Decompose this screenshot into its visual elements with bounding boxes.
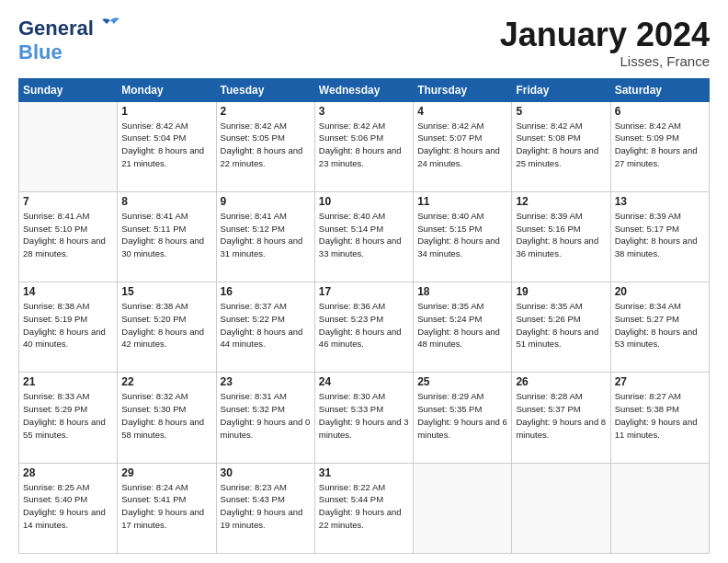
week-row-4: 21 Sunrise: 8:33 AMSunset: 5:29 PMDaylig… [19, 373, 710, 463]
day-info: Sunrise: 8:36 AMSunset: 5:23 PMDaylight:… [319, 300, 409, 350]
day-info: Sunrise: 8:31 AMSunset: 5:32 PMDaylight:… [221, 390, 311, 441]
day-info: Sunrise: 8:22 AMSunset: 5:44 PMDaylight:… [319, 481, 409, 532]
day-number: 15 [121, 285, 211, 298]
day-cell: 1 Sunrise: 8:42 AMSunset: 5:04 PMDayligh… [118, 101, 216, 191]
day-info: Sunrise: 8:40 AMSunset: 5:15 PMDaylight:… [417, 210, 507, 260]
day-number: 2 [221, 105, 311, 118]
day-number: 27 [615, 375, 705, 388]
day-info: Sunrise: 8:39 AMSunset: 5:16 PMDaylight:… [516, 210, 606, 260]
day-number: 26 [516, 375, 606, 388]
logo-blue-text: Blue [18, 40, 63, 63]
day-info: Sunrise: 8:30 AMSunset: 5:33 PMDaylight:… [319, 390, 409, 441]
day-cell: 4 Sunrise: 8:42 AMSunset: 5:07 PMDayligh… [414, 101, 512, 191]
day-number: 19 [516, 285, 606, 298]
day-cell: 3 Sunrise: 8:42 AMSunset: 5:06 PMDayligh… [314, 101, 413, 191]
day-info: Sunrise: 8:24 AMSunset: 5:41 PMDaylight:… [121, 481, 211, 532]
day-number: 18 [417, 285, 507, 298]
day-info: Sunrise: 8:41 AMSunset: 5:11 PMDaylight:… [121, 210, 211, 260]
day-info: Sunrise: 8:39 AMSunset: 5:17 PMDaylight:… [615, 210, 705, 260]
day-cell: 8 Sunrise: 8:41 AMSunset: 5:11 PMDayligh… [118, 191, 216, 282]
day-info: Sunrise: 8:35 AMSunset: 5:24 PMDaylight:… [417, 300, 507, 350]
week-row-2: 7 Sunrise: 8:41 AMSunset: 5:10 PMDayligh… [19, 191, 710, 282]
day-cell: 23 Sunrise: 8:31 AMSunset: 5:32 PMDaylig… [216, 373, 314, 463]
day-number: 1 [121, 105, 211, 118]
weekday-header-thursday: Thursday [414, 78, 512, 101]
day-info: Sunrise: 8:41 AMSunset: 5:12 PMDaylight:… [221, 210, 311, 260]
day-number: 17 [319, 285, 409, 298]
day-info: Sunrise: 8:38 AMSunset: 5:19 PMDaylight:… [23, 300, 113, 350]
weekday-header-saturday: Saturday [610, 78, 709, 101]
day-cell: 28 Sunrise: 8:25 AMSunset: 5:40 PMDaylig… [19, 463, 118, 553]
day-cell: 26 Sunrise: 8:28 AMSunset: 5:37 PMDaylig… [512, 373, 610, 463]
day-cell: 6 Sunrise: 8:42 AMSunset: 5:09 PMDayligh… [610, 101, 709, 191]
day-cell: 5 Sunrise: 8:42 AMSunset: 5:08 PMDayligh… [512, 101, 610, 191]
day-info: Sunrise: 8:42 AMSunset: 5:08 PMDaylight:… [516, 120, 606, 170]
day-number: 4 [417, 105, 507, 118]
day-cell [414, 463, 512, 553]
day-number: 10 [319, 195, 409, 208]
day-number: 13 [615, 195, 705, 208]
day-info: Sunrise: 8:40 AMSunset: 5:14 PMDaylight:… [319, 210, 409, 260]
day-cell: 29 Sunrise: 8:24 AMSunset: 5:41 PMDaylig… [118, 463, 216, 553]
month-title: January 2024 [500, 17, 710, 53]
weekday-header-monday: Monday [118, 78, 216, 101]
header: General Blue January 2024 Lisses, France [18, 17, 710, 69]
calendar-table: SundayMondayTuesdayWednesdayThursdayFrid… [18, 78, 710, 554]
day-cell: 13 Sunrise: 8:39 AMSunset: 5:17 PMDaylig… [610, 191, 709, 282]
logo-text: General [18, 17, 94, 40]
day-number: 21 [23, 375, 113, 388]
day-number: 29 [121, 466, 211, 479]
day-number: 20 [615, 285, 705, 298]
week-row-5: 28 Sunrise: 8:25 AMSunset: 5:40 PMDaylig… [19, 463, 710, 553]
day-number: 12 [516, 195, 606, 208]
day-info: Sunrise: 8:28 AMSunset: 5:37 PMDaylight:… [516, 390, 606, 441]
day-info: Sunrise: 8:42 AMSunset: 5:05 PMDaylight:… [221, 120, 311, 170]
day-number: 7 [23, 195, 113, 208]
day-info: Sunrise: 8:42 AMSunset: 5:06 PMDaylight:… [319, 120, 409, 170]
day-number: 31 [319, 466, 409, 479]
day-cell: 14 Sunrise: 8:38 AMSunset: 5:19 PMDaylig… [19, 282, 118, 373]
weekday-header-friday: Friday [512, 78, 610, 101]
day-cell: 9 Sunrise: 8:41 AMSunset: 5:12 PMDayligh… [216, 191, 314, 282]
day-cell: 16 Sunrise: 8:37 AMSunset: 5:22 PMDaylig… [216, 282, 314, 373]
day-cell [512, 463, 610, 553]
day-info: Sunrise: 8:27 AMSunset: 5:38 PMDaylight:… [615, 390, 705, 441]
day-cell: 12 Sunrise: 8:39 AMSunset: 5:16 PMDaylig… [512, 191, 610, 282]
weekday-header-sunday: Sunday [19, 78, 118, 101]
day-number: 9 [221, 195, 311, 208]
day-info: Sunrise: 8:35 AMSunset: 5:26 PMDaylight:… [516, 300, 606, 350]
day-cell: 18 Sunrise: 8:35 AMSunset: 5:24 PMDaylig… [414, 282, 512, 373]
day-info: Sunrise: 8:25 AMSunset: 5:40 PMDaylight:… [23, 481, 113, 532]
weekday-header-row: SundayMondayTuesdayWednesdayThursdayFrid… [19, 78, 710, 101]
weekday-header-wednesday: Wednesday [314, 78, 413, 101]
page: General Blue January 2024 Lisses, France… [0, 0, 728, 563]
day-number: 30 [221, 466, 311, 479]
day-info: Sunrise: 8:41 AMSunset: 5:10 PMDaylight:… [23, 210, 113, 260]
day-number: 3 [319, 105, 409, 118]
day-cell: 22 Sunrise: 8:32 AMSunset: 5:30 PMDaylig… [118, 373, 216, 463]
day-cell [19, 101, 118, 191]
day-cell: 2 Sunrise: 8:42 AMSunset: 5:05 PMDayligh… [216, 101, 314, 191]
day-cell [610, 463, 709, 553]
title-block: January 2024 Lisses, France [500, 17, 710, 69]
day-cell: 30 Sunrise: 8:23 AMSunset: 5:43 PMDaylig… [216, 463, 314, 553]
day-cell: 25 Sunrise: 8:29 AMSunset: 5:35 PMDaylig… [414, 373, 512, 463]
day-number: 28 [23, 466, 113, 479]
weekday-header-tuesday: Tuesday [216, 78, 314, 101]
location: Lisses, France [500, 53, 710, 69]
day-info: Sunrise: 8:42 AMSunset: 5:09 PMDaylight:… [615, 120, 705, 170]
day-info: Sunrise: 8:34 AMSunset: 5:27 PMDaylight:… [615, 300, 705, 350]
day-number: 6 [615, 105, 705, 118]
day-number: 24 [319, 375, 409, 388]
day-cell: 19 Sunrise: 8:35 AMSunset: 5:26 PMDaylig… [512, 282, 610, 373]
day-info: Sunrise: 8:32 AMSunset: 5:30 PMDaylight:… [121, 390, 211, 441]
day-info: Sunrise: 8:42 AMSunset: 5:04 PMDaylight:… [121, 120, 211, 170]
day-cell: 17 Sunrise: 8:36 AMSunset: 5:23 PMDaylig… [314, 282, 413, 373]
day-cell: 7 Sunrise: 8:41 AMSunset: 5:10 PMDayligh… [19, 191, 118, 282]
day-number: 22 [121, 375, 211, 388]
day-info: Sunrise: 8:38 AMSunset: 5:20 PMDaylight:… [121, 300, 211, 350]
day-number: 16 [221, 285, 311, 298]
day-info: Sunrise: 8:33 AMSunset: 5:29 PMDaylight:… [23, 390, 113, 441]
day-cell: 24 Sunrise: 8:30 AMSunset: 5:33 PMDaylig… [314, 373, 413, 463]
week-row-3: 14 Sunrise: 8:38 AMSunset: 5:19 PMDaylig… [19, 282, 710, 373]
